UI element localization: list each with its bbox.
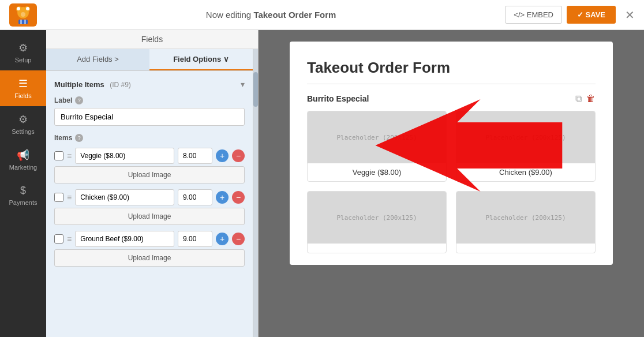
item-1-drag-handle[interactable]: ≡ bbox=[67, 151, 72, 160]
section-icons: ⧉ 🗑 bbox=[575, 93, 596, 104]
label-row: Label ? bbox=[54, 96, 245, 104]
item-2-remove-button[interactable]: − bbox=[232, 191, 245, 204]
sidebar-label-setup: Setup bbox=[15, 57, 32, 63]
item-card-4: Placeholder (200x125) bbox=[456, 191, 596, 253]
embed-button[interactable]: </> EMBED bbox=[505, 6, 562, 24]
sidebar-label-fields: Fields bbox=[14, 92, 31, 99]
scroll-thumb[interactable] bbox=[253, 72, 258, 107]
label-input[interactable] bbox=[54, 108, 245, 126]
item-2-checkbox[interactable] bbox=[54, 193, 63, 202]
list-item: ≡ + − Upload Image bbox=[54, 231, 245, 267]
item-3-upload-button[interactable]: Upload Image bbox=[54, 249, 245, 267]
item-1-checkbox[interactable] bbox=[54, 151, 63, 160]
item-card-label-1: Veggie ($8.00) bbox=[308, 163, 446, 181]
item-3-fields: ≡ + − bbox=[54, 231, 245, 247]
sidebar-item-fields[interactable]: ☰ Fields bbox=[0, 70, 46, 106]
item-card-2: Placeholder (200x125) Chicken ($9.00) bbox=[456, 111, 596, 182]
section-name: Burrito Especial bbox=[307, 94, 369, 103]
sidebar-item-marketing[interactable]: 📢 Marketing bbox=[0, 142, 46, 178]
form-preview: Takeout Order Form Burrito Especial ⧉ 🗑 … bbox=[290, 42, 613, 265]
panel-content: Multiple Items (ID #9) ▾ Label ? Items bbox=[46, 71, 253, 337]
field-dropdown-arrow[interactable]: ▾ bbox=[241, 80, 245, 89]
tab-field-options[interactable]: Field Options ∨ bbox=[149, 49, 253, 70]
copy-section-button[interactable]: ⧉ bbox=[575, 93, 582, 104]
setup-icon: ⚙ bbox=[18, 42, 28, 54]
list-item: ≡ + − Upload Image bbox=[54, 189, 245, 225]
svg-rect-8 bbox=[20, 20, 22, 24]
item-3-remove-button[interactable]: − bbox=[232, 233, 245, 245]
svg-rect-7 bbox=[18, 20, 28, 24]
sidebar-item-settings[interactable]: ⚙ Settings bbox=[0, 106, 46, 142]
item-card-1: Placeholder (200x125) Veggie ($8.00) bbox=[307, 111, 447, 182]
item-1-remove-button[interactable]: − bbox=[232, 149, 245, 162]
item-2-price[interactable] bbox=[178, 189, 212, 205]
sidebar-label-marketing: Marketing bbox=[9, 164, 37, 171]
svg-point-6 bbox=[21, 12, 25, 17]
item-3-name[interactable] bbox=[75, 231, 174, 247]
logo-area bbox=[9, 3, 37, 27]
fields-label: Fields bbox=[141, 35, 163, 44]
field-id-name: Multiple Items bbox=[54, 80, 104, 89]
item-card-label-2: Chicken ($9.00) bbox=[456, 163, 595, 181]
item-1-price[interactable] bbox=[178, 148, 212, 164]
item-3-add-button[interactable]: + bbox=[216, 233, 229, 245]
item-3-checkbox[interactable] bbox=[54, 234, 63, 244]
scroll-bar[interactable] bbox=[253, 49, 258, 337]
item-1-name[interactable] bbox=[75, 148, 174, 164]
label-help-icon[interactable]: ? bbox=[75, 96, 83, 104]
item-2-name[interactable] bbox=[75, 189, 174, 205]
sidebar-label-settings: Settings bbox=[12, 128, 35, 135]
settings-icon: ⚙ bbox=[18, 113, 28, 126]
item-placeholder-1: Placeholder (200x125) bbox=[308, 111, 446, 163]
marketing-icon: 📢 bbox=[17, 149, 29, 162]
list-item: ≡ + − Upload Image bbox=[54, 148, 245, 184]
top-actions: </> EMBED ✓ SAVE ✕ bbox=[505, 6, 635, 24]
label-text: Label bbox=[54, 96, 72, 104]
items-grid: Placeholder (200x125) Veggie ($8.00) Pla… bbox=[307, 111, 596, 253]
item-placeholder-2: Placeholder (200x125) bbox=[456, 111, 595, 163]
fields-top-bar: Fields bbox=[46, 30, 258, 49]
svg-rect-9 bbox=[24, 20, 26, 24]
sidebar-item-setup[interactable]: ⚙ Setup bbox=[0, 35, 46, 70]
sidebar-label-payments: Payments bbox=[9, 199, 38, 206]
sidebar-item-payments[interactable]: $ Payments bbox=[0, 178, 46, 213]
field-id-info: Multiple Items (ID #9) bbox=[54, 79, 131, 89]
form-title: Takeout Order Form bbox=[307, 59, 596, 84]
items-row: Items ? bbox=[54, 134, 245, 142]
item-2-add-button[interactable]: + bbox=[216, 191, 229, 204]
item-3-price[interactable] bbox=[178, 231, 212, 247]
save-button[interactable]: ✓ SAVE bbox=[567, 6, 616, 24]
main-layout: ⚙ Setup ☰ Fields ⚙ Settings 📢 Marketing … bbox=[0, 30, 644, 337]
field-id-row: Multiple Items (ID #9) ▾ bbox=[54, 79, 245, 89]
item-2-upload-button[interactable]: Upload Image bbox=[54, 208, 245, 225]
item-card-label-4 bbox=[456, 244, 595, 253]
section-label: Burrito Especial ⧉ 🗑 bbox=[307, 93, 596, 104]
item-2-drag-handle[interactable]: ≡ bbox=[67, 193, 72, 202]
right-panel: Takeout Order Form Burrito Especial ⧉ 🗑 … bbox=[259, 30, 644, 337]
panel-tabs: Add Fields > Field Options ∨ bbox=[46, 49, 253, 71]
logo-icon bbox=[9, 3, 37, 27]
items-help-icon[interactable]: ? bbox=[75, 134, 83, 142]
item-placeholder-4: Placeholder (200x125) bbox=[456, 192, 595, 244]
payments-icon: $ bbox=[20, 185, 26, 197]
item-card-label-3 bbox=[308, 244, 446, 253]
item-1-upload-button[interactable]: Upload Image bbox=[54, 166, 245, 184]
left-panel: Add Fields > Field Options ∨ Multiple It… bbox=[46, 49, 253, 337]
field-id-suffix: (ID #9) bbox=[110, 81, 131, 89]
svg-point-5 bbox=[26, 7, 29, 10]
item-card-3: Placeholder (200x125) bbox=[307, 191, 447, 253]
item-3-drag-handle[interactable]: ≡ bbox=[67, 234, 72, 244]
item-1-add-button[interactable]: + bbox=[216, 149, 229, 162]
delete-section-button[interactable]: 🗑 bbox=[586, 93, 596, 104]
close-button[interactable]: ✕ bbox=[625, 8, 635, 22]
sidebar: ⚙ Setup ☰ Fields ⚙ Settings 📢 Marketing … bbox=[0, 30, 46, 337]
page-title: Now editing Takeout Order Form bbox=[206, 10, 336, 20]
item-1-fields: ≡ + − bbox=[54, 148, 245, 164]
item-2-fields: ≡ + − bbox=[54, 189, 245, 205]
item-placeholder-3: Placeholder (200x125) bbox=[308, 192, 446, 244]
fields-icon: ☰ bbox=[18, 77, 28, 90]
svg-point-4 bbox=[17, 7, 20, 10]
tab-add-fields[interactable]: Add Fields > bbox=[46, 49, 149, 70]
top-bar: Now editing Takeout Order Form </> EMBED… bbox=[0, 0, 644, 30]
items-label: Items bbox=[54, 134, 72, 142]
